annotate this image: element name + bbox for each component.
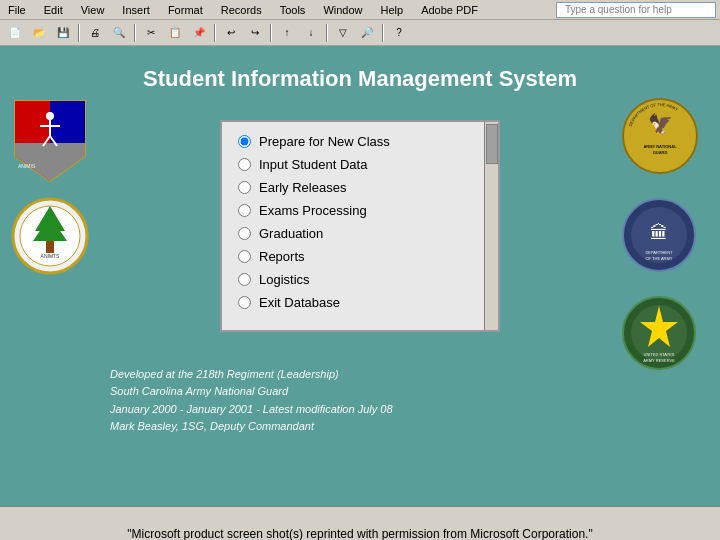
footer: "Microsoft product screen shot(s) reprin… — [0, 506, 720, 540]
toolbar-sep3 — [214, 24, 216, 42]
page-title: Student Information Management System — [143, 66, 577, 92]
toolbar: 📄 📂 💾 🖨 🔍 ✂ 📋 📌 ↩ ↪ ↑ ↓ ▽ 🔎 ? — [0, 20, 720, 46]
toolbar-sort-desc[interactable]: ↓ — [300, 23, 322, 43]
radio-input[interactable] — [238, 158, 251, 171]
menu-file[interactable]: File — [4, 3, 30, 17]
svg-text:UNITED STATES: UNITED STATES — [644, 352, 675, 357]
menu-item-6[interactable]: Logistics — [238, 272, 482, 287]
menu-format[interactable]: Format — [164, 3, 207, 17]
right-logo-dept-army: 🏛 DEPARTMENT OF THE ARMY — [620, 196, 700, 278]
left-logo-tree: ANIMTS — [10, 196, 90, 276]
svg-text:ANIMIS: ANIMIS — [18, 163, 36, 169]
toolbar-undo[interactable]: ↩ — [220, 23, 242, 43]
bottom-line-3: January 2000 - January 2001 - Latest mod… — [110, 401, 393, 419]
svg-text:ARMY NATIONAL: ARMY NATIONAL — [643, 144, 677, 149]
toolbar-new[interactable]: 📄 — [4, 23, 26, 43]
bottom-line-1: Developed at the 218th Regiment (Leaders… — [110, 366, 393, 384]
radio-reports[interactable] — [238, 250, 251, 263]
toolbar-copy[interactable]: 📋 — [164, 23, 186, 43]
toolbar-sort-asc[interactable]: ↑ — [276, 23, 298, 43]
menu-window[interactable]: Window — [319, 3, 366, 17]
help-search-label: Type a question for help — [561, 3, 676, 16]
menu-view[interactable]: View — [77, 3, 109, 17]
radio-exams[interactable] — [238, 204, 251, 217]
label-logistics: Logistics — [259, 272, 310, 287]
svg-text:🦅: 🦅 — [648, 112, 673, 136]
right-logo-national-guard: 🦅 ARMY NATIONAL GUARD DEPARTMENT OF THE … — [620, 96, 700, 180]
toolbar-save[interactable]: 💾 — [52, 23, 74, 43]
toolbar-help[interactable]: ? — [388, 23, 410, 43]
toolbar-sep6 — [382, 24, 384, 42]
panel-scrollbar[interactable] — [484, 122, 498, 330]
main-content: Student Information Management System AN… — [0, 46, 720, 506]
scroll-thumb[interactable] — [486, 124, 498, 164]
toolbar-redo[interactable]: ↪ — [244, 23, 266, 43]
menu-panel: Prepare for New Class Input Student Data… — [220, 120, 500, 332]
menu-tools[interactable]: Tools — [276, 3, 310, 17]
toolbar-open[interactable]: 📂 — [28, 23, 50, 43]
toolbar-cut[interactable]: ✂ — [140, 23, 162, 43]
menu-edit[interactable]: Edit — [40, 3, 67, 17]
toolbar-find[interactable]: 🔎 — [356, 23, 378, 43]
toolbar-sep4 — [270, 24, 272, 42]
label-early: Early Releases — [259, 180, 346, 195]
right-logo-army-reserve: UNITED STATES ARMY RESERVE — [620, 294, 700, 376]
bottom-line-2: South Carolina Army National Guard — [110, 383, 393, 401]
toolbar-sep1 — [78, 24, 80, 42]
menu-item-5[interactable]: Reports — [238, 249, 482, 264]
toolbar-paste[interactable]: 📌 — [188, 23, 210, 43]
svg-text:ANIMTS: ANIMTS — [41, 253, 61, 259]
label-graduation: Graduation — [259, 226, 323, 241]
menu-adobe[interactable]: Adobe PDF — [417, 3, 482, 17]
label-prepare: Prepare for New Class — [259, 134, 390, 149]
svg-text:ARMY RESERVE: ARMY RESERVE — [643, 358, 675, 363]
radio-prepare[interactable] — [238, 135, 251, 148]
menu-item-1[interactable]: Input Student Data — [238, 157, 482, 172]
help-search-box[interactable]: Type a question for help — [556, 2, 716, 18]
label-input: Input Student Data — [259, 157, 367, 172]
bottom-line-4: Mark Beasley, 1SG, Deputy Commandant — [110, 418, 393, 436]
menu-item-4[interactable]: Graduation — [238, 226, 482, 241]
left-logos: ANIMIS ANIMTS — [10, 96, 90, 276]
menu-item-0[interactable]: Prepare for New Class — [238, 134, 482, 149]
radio-graduation[interactable] — [238, 227, 251, 240]
footer-text: "Microsoft product screen shot(s) reprin… — [127, 527, 592, 541]
menu-records[interactable]: Records — [217, 3, 266, 17]
svg-text:OF THE ARMY: OF THE ARMY — [645, 256, 672, 261]
label-exit: Exit Database — [259, 295, 340, 310]
toolbar-filter[interactable]: ▽ — [332, 23, 354, 43]
svg-text:DEPARTMENT: DEPARTMENT — [645, 250, 673, 255]
bottom-attribution: Developed at the 218th Regiment (Leaders… — [110, 366, 393, 436]
menu-bar: File Edit View Insert Format Records Too… — [0, 0, 720, 20]
svg-point-0 — [46, 112, 54, 120]
svg-text:GUARD: GUARD — [653, 150, 668, 155]
menu-item-3[interactable]: Exams Processing — [238, 203, 482, 218]
radio-logistics[interactable] — [238, 273, 251, 286]
label-exams: Exams Processing — [259, 203, 367, 218]
menu-help[interactable]: Help — [377, 3, 408, 17]
toolbar-sep5 — [326, 24, 328, 42]
label-reports: Reports — [259, 249, 305, 264]
menu-insert[interactable]: Insert — [118, 3, 154, 17]
toolbar-print[interactable]: 🖨 — [84, 23, 106, 43]
left-logo-shield: ANIMIS — [10, 96, 90, 186]
toolbar-sep2 — [134, 24, 136, 42]
menu-item-2[interactable]: Early Releases — [238, 180, 482, 195]
svg-text:🏛: 🏛 — [650, 222, 668, 243]
radio-exit[interactable] — [238, 296, 251, 309]
menu-item-7[interactable]: Exit Database — [238, 295, 482, 310]
right-logos: 🦅 ARMY NATIONAL GUARD DEPARTMENT OF THE … — [620, 96, 700, 376]
svg-rect-10 — [46, 241, 54, 253]
radio-early[interactable] — [238, 181, 251, 194]
toolbar-preview[interactable]: 🔍 — [108, 23, 130, 43]
